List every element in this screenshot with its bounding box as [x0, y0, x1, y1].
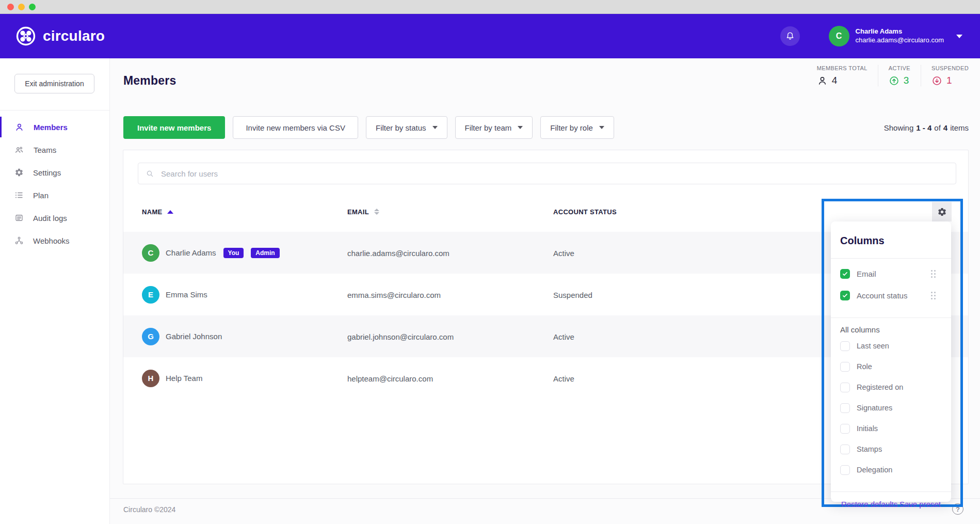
chevron-down-icon: [956, 35, 962, 38]
help-button[interactable]: ?: [952, 503, 963, 515]
checkbox-unchecked[interactable]: [840, 444, 850, 454]
account-status: Suspended: [553, 290, 592, 299]
avatar: E: [142, 286, 159, 304]
column-toggle-role[interactable]: Role: [840, 356, 942, 377]
search-input[interactable]: [161, 169, 949, 178]
drag-handle-icon[interactable]: [931, 270, 936, 278]
member-name: Gabriel Johnson: [166, 332, 222, 341]
search-box: [138, 163, 956, 184]
checkbox-unchecked[interactable]: [840, 403, 850, 413]
member-email: helpteam@circularo.com: [347, 374, 433, 383]
stat-value: 3: [904, 75, 909, 86]
sidebar-item-webhooks[interactable]: Webhooks: [0, 229, 109, 252]
page-title: Members: [123, 74, 176, 88]
window-close-button[interactable]: [7, 4, 14, 10]
logo-wordmark: circularo: [43, 28, 105, 44]
sidebar-item-label: Audit logs: [33, 214, 67, 223]
circularo-logo[interactable]: circularo: [15, 26, 105, 46]
user-menu[interactable]: C Charlie Adams charlie.adams@circularo.…: [829, 26, 962, 46]
chevron-down-icon: [518, 126, 523, 129]
checkbox-unchecked[interactable]: [840, 362, 850, 372]
person-icon: [14, 122, 24, 132]
you-badge: You: [223, 248, 244, 258]
save-preset-link[interactable]: Save preset: [899, 500, 941, 509]
account-status: Active: [553, 374, 574, 383]
filter-by-status-dropdown[interactable]: Filter by status: [366, 116, 447, 139]
sidebar-item-label: Teams: [34, 146, 56, 154]
stat-value: 1: [946, 75, 952, 86]
window-titlebar: [0, 0, 980, 14]
user-name: Charlie Adams: [856, 27, 944, 36]
checkbox-unchecked[interactable]: [840, 465, 850, 475]
column-label: Role: [857, 362, 872, 371]
sidebar-item-audit-logs[interactable]: Audit logs: [0, 207, 109, 229]
app-header: circularo C Charlie Adams charlie.adams@…: [0, 14, 980, 58]
stat-value: 4: [832, 75, 838, 86]
filter-by-role-dropdown[interactable]: Filter by role: [540, 116, 614, 139]
column-label: Last seen: [857, 342, 889, 350]
sort-ascending-icon: [167, 210, 173, 214]
sidebar-item-label: Members: [34, 123, 68, 132]
column-toggle-last-seen[interactable]: Last seen: [840, 336, 942, 356]
arrow-up-circle-icon: [889, 75, 899, 86]
avatar: G: [142, 328, 159, 345]
bell-icon: [785, 31, 795, 41]
panel-divider: [831, 317, 951, 318]
drag-handle-icon[interactable]: [931, 292, 936, 299]
sort-icon: [374, 209, 379, 215]
invite-members-csv-button[interactable]: Invite new members via CSV: [233, 116, 358, 139]
column-label: Initials: [857, 424, 878, 433]
members-toolbar: Invite new members Invite new members vi…: [123, 116, 969, 139]
user-email: charlie.adams@circularo.com: [856, 36, 944, 45]
user-avatar: C: [829, 26, 849, 46]
checkbox-checked[interactable]: [840, 269, 850, 279]
exit-administration-button[interactable]: Exit administration: [14, 74, 94, 93]
column-toggle-email[interactable]: Email: [840, 263, 942, 284]
sidebar-item-label: Plan: [33, 191, 49, 200]
list-icon: [14, 190, 24, 200]
checkbox-unchecked[interactable]: [840, 424, 850, 434]
member-name: Charlie Adams: [166, 248, 216, 257]
column-toggle-stamps[interactable]: Stamps: [840, 439, 942, 459]
checkbox-checked[interactable]: [840, 291, 850, 300]
member-name: Emma Sims: [166, 290, 207, 299]
table-header: NAME EMAIL ACCOUNT STATUS: [123, 202, 968, 221]
gear-icon: [937, 207, 947, 217]
stat-suspended: SUSPENDED 1: [921, 65, 969, 86]
column-toggle-initials[interactable]: Initials: [840, 418, 942, 439]
filter-by-team-dropdown[interactable]: Filter by team: [455, 116, 533, 139]
stat-members-total: MEMBERS TOTAL 4: [817, 65, 867, 86]
sidebar-item-label: Settings: [33, 168, 61, 177]
notifications-button[interactable]: [780, 26, 800, 46]
column-toggle-registered-on[interactable]: Registered on: [840, 377, 942, 398]
member-name: Help Team: [166, 374, 202, 383]
sidebar-item-members[interactable]: Members: [0, 116, 109, 138]
column-toggle-account-status[interactable]: Account status: [840, 284, 942, 306]
restore-defaults-link[interactable]: Restore defaults: [841, 500, 897, 509]
column-settings-button[interactable]: [932, 202, 952, 221]
column-header-email[interactable]: EMAIL: [347, 202, 379, 221]
document-lines-icon: [14, 213, 24, 223]
account-status: Active: [553, 332, 574, 341]
column-header-name[interactable]: NAME: [142, 202, 173, 221]
column-toggle-delegation[interactable]: Delegation: [840, 459, 942, 480]
sidebar-item-plan[interactable]: Plan: [0, 184, 109, 207]
column-label: Registered on: [857, 383, 903, 391]
window-minimize-button[interactable]: [18, 4, 25, 10]
avatar: H: [142, 370, 159, 387]
sidebar-item-teams[interactable]: Teams: [0, 138, 109, 161]
columns-panel-title: Columns: [840, 221, 942, 247]
invite-new-members-button[interactable]: Invite new members: [123, 116, 225, 139]
showing-count: Showing 1 - 4 of 4 items: [884, 123, 969, 132]
people-icon: [14, 145, 24, 155]
sidebar-item-settings[interactable]: Settings: [0, 161, 109, 184]
chevron-down-icon: [599, 126, 604, 129]
member-stats: MEMBERS TOTAL 4 ACTIVE 3: [817, 65, 969, 86]
sidebar-item-label: Webhooks: [33, 236, 70, 245]
column-toggle-signatures[interactable]: Signatures: [840, 398, 942, 418]
column-label: Delegation: [857, 466, 892, 474]
checkbox-unchecked[interactable]: [840, 341, 850, 351]
checkbox-unchecked[interactable]: [840, 383, 850, 392]
webhook-icon: [14, 236, 24, 245]
window-zoom-button[interactable]: [29, 4, 36, 10]
